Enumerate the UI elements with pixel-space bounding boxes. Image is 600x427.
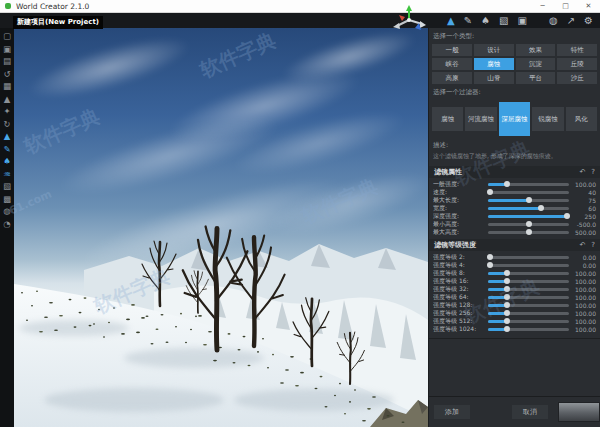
slider-knob[interactable] bbox=[504, 326, 510, 332]
slider-knob[interactable] bbox=[504, 302, 510, 308]
slider-value: 100.00 bbox=[572, 270, 596, 277]
slider-track[interactable] bbox=[488, 207, 569, 210]
filter-preview-thumbnail[interactable] bbox=[558, 402, 600, 422]
brush-mode-icon[interactable]: ✎ bbox=[3, 143, 10, 156]
sync-icon[interactable]: ↻ bbox=[3, 118, 10, 131]
slider-track[interactable] bbox=[488, 215, 569, 218]
open-project-icon[interactable]: ▣ bbox=[3, 43, 11, 56]
help-icon[interactable]: ? bbox=[591, 168, 595, 176]
heightmap-icon[interactable]: ▧ bbox=[499, 13, 508, 28]
tools-icon[interactable]: ✦ bbox=[3, 105, 10, 118]
render-icon[interactable]: ◍ bbox=[549, 13, 558, 28]
filter-button[interactable]: 风化 bbox=[566, 107, 597, 131]
slider-knob[interactable] bbox=[526, 221, 532, 227]
help-icon[interactable]: ? bbox=[591, 241, 595, 249]
slider-fill bbox=[488, 207, 541, 210]
slider-knob[interactable] bbox=[504, 286, 510, 292]
type-section-label: 选择一个类型: bbox=[429, 28, 600, 43]
slider-track[interactable] bbox=[488, 296, 569, 299]
close-button[interactable]: ✕ bbox=[577, 0, 600, 12]
slider-track[interactable] bbox=[488, 231, 569, 234]
slider-knob[interactable] bbox=[504, 270, 510, 276]
terrain-mode-icon[interactable]: ▲ bbox=[4, 130, 11, 143]
export-icon[interactable]: ↗ bbox=[567, 13, 575, 28]
left-toolbar: ▢▣▤↺▦▲✦↻▲✎♠♒▧▩◍◔ bbox=[0, 28, 14, 427]
slider-track[interactable] bbox=[488, 199, 569, 202]
slider-knob[interactable] bbox=[564, 213, 570, 219]
slider-track[interactable] bbox=[488, 256, 569, 259]
slider-track[interactable] bbox=[488, 304, 569, 307]
globe-view-icon[interactable]: ◍ bbox=[3, 205, 10, 218]
slider-value: 100.00 bbox=[572, 294, 596, 301]
slider-track[interactable] bbox=[488, 328, 569, 331]
cancel-button[interactable]: 取消 bbox=[512, 405, 548, 419]
type-button[interactable]: 一般 bbox=[432, 44, 472, 56]
image-view-icon[interactable]: ▩ bbox=[3, 193, 11, 206]
import-heightmap-icon[interactable]: ▦ bbox=[3, 80, 11, 93]
slider-knob[interactable] bbox=[487, 189, 493, 195]
slider-track[interactable] bbox=[488, 288, 569, 291]
reset-icon[interactable]: ↶ bbox=[579, 168, 585, 176]
water-mode-icon[interactable]: ♒ bbox=[3, 168, 11, 181]
reset-icon[interactable]: ↶ bbox=[579, 241, 585, 249]
filter-panel: 选择一个类型: 一般设计效果特性峡谷腐蚀沉淀丘陵高原山脊平台沙丘 选择一个过滤器… bbox=[428, 28, 600, 427]
slider-track[interactable] bbox=[488, 280, 569, 283]
save-project-icon[interactable]: ▤ bbox=[3, 55, 11, 68]
viewport-3d[interactable] bbox=[14, 28, 428, 427]
terrain-presets-icon[interactable]: ▲ bbox=[4, 93, 11, 106]
level-strength-title: 滤镜等级强度 bbox=[434, 240, 573, 250]
filter-button[interactable]: 腐蚀 bbox=[432, 107, 463, 131]
type-button[interactable]: 沉淀 bbox=[516, 58, 556, 70]
slider-knob[interactable] bbox=[504, 278, 510, 284]
maximize-button[interactable]: □ bbox=[554, 0, 577, 12]
type-button[interactable]: 峡谷 bbox=[432, 58, 472, 70]
undo-icon[interactable]: ↺ bbox=[3, 68, 10, 81]
slider-knob[interactable] bbox=[538, 205, 544, 211]
type-button[interactable]: 沙丘 bbox=[557, 72, 597, 84]
type-button[interactable]: 丘陵 bbox=[557, 58, 597, 70]
vegetation-mode-icon[interactable]: ♠ bbox=[3, 155, 11, 168]
axis-gizmo[interactable] bbox=[388, 3, 430, 33]
settings-icon[interactable]: ⚙ bbox=[584, 13, 593, 28]
filter-button[interactable]: 深层腐蚀 bbox=[499, 102, 530, 136]
type-button[interactable]: 特性 bbox=[557, 44, 597, 56]
type-button[interactable]: 腐蚀 bbox=[474, 58, 514, 70]
slider-knob[interactable] bbox=[504, 181, 510, 187]
type-button-grid: 一般设计效果特性峡谷腐蚀沉淀丘陵高原山脊平台沙丘 bbox=[432, 44, 597, 84]
slider-knob[interactable] bbox=[504, 294, 510, 300]
type-button[interactable]: 高原 bbox=[432, 72, 472, 84]
slider-knob[interactable] bbox=[526, 197, 532, 203]
slider-track[interactable] bbox=[488, 320, 569, 323]
slider-track[interactable] bbox=[488, 312, 569, 315]
vegetation-icon[interactable]: ♠ bbox=[481, 13, 490, 28]
minimize-button[interactable]: ─ bbox=[531, 0, 554, 12]
slider-knob[interactable] bbox=[504, 318, 510, 324]
slider-track[interactable] bbox=[488, 183, 569, 186]
terrain-icon[interactable]: ▲ bbox=[447, 13, 455, 28]
new-project-icon[interactable]: ▢ bbox=[3, 30, 11, 43]
time-view-icon[interactable]: ◔ bbox=[3, 218, 10, 231]
slider-fill bbox=[488, 215, 567, 218]
texture-brush-icon[interactable]: ✎ bbox=[464, 13, 472, 28]
type-button[interactable]: 设计 bbox=[474, 44, 514, 56]
filter-button[interactable]: 河流腐蚀 bbox=[465, 107, 496, 131]
filter-button[interactable]: 锐腐蚀 bbox=[532, 107, 563, 131]
slider-value: 60 bbox=[572, 205, 596, 212]
slider-track[interactable] bbox=[488, 272, 569, 275]
slider-knob[interactable] bbox=[526, 229, 532, 235]
files-icon[interactable]: ▣ bbox=[517, 13, 526, 28]
add-button[interactable]: 添加 bbox=[434, 405, 470, 419]
slider-value: 0.00 bbox=[572, 254, 596, 261]
slider-value: 100.00 bbox=[572, 278, 596, 285]
slider-knob[interactable] bbox=[487, 254, 493, 260]
slider-knob[interactable] bbox=[504, 310, 510, 316]
map-view-icon[interactable]: ▧ bbox=[3, 180, 11, 193]
type-button[interactable]: 效果 bbox=[516, 44, 556, 56]
type-button[interactable]: 山脊 bbox=[474, 72, 514, 84]
slider-track[interactable] bbox=[488, 223, 569, 226]
slider-track[interactable] bbox=[488, 264, 569, 267]
app-icon bbox=[5, 3, 11, 9]
slider-track[interactable] bbox=[488, 191, 569, 194]
type-button[interactable]: 平台 bbox=[516, 72, 556, 84]
slider-knob[interactable] bbox=[487, 262, 493, 268]
